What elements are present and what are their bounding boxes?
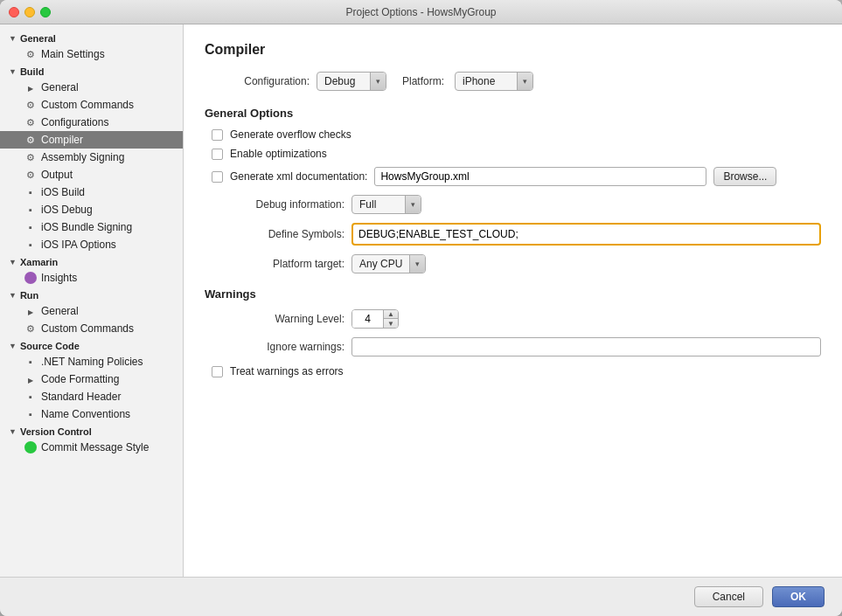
xml-doc-input[interactable] xyxy=(374,167,706,186)
browse-button[interactable]: Browse... xyxy=(713,167,776,186)
sidebar-item-commit-message-style-label: Commit Message Style xyxy=(41,441,149,453)
sidebar-item-ios-debug[interactable]: iOS Debug xyxy=(0,201,183,218)
maximize-button[interactable] xyxy=(40,7,51,17)
platform-target-dropdown[interactable]: Any CPU ▾ xyxy=(351,254,426,273)
platform-dropdown-arrow[interactable]: ▾ xyxy=(517,72,532,91)
sidebar-item-ios-bundle-signing[interactable]: iOS Bundle Signing xyxy=(0,218,183,236)
sidebar-item-configurations-label: Configurations xyxy=(41,116,108,128)
debug-information-dropdown[interactable]: Full ▾ xyxy=(351,195,421,214)
sidebar-section-general-label: General xyxy=(20,33,56,44)
sidebar-item-output-label: Output xyxy=(41,169,73,181)
sidebar-item-ios-build-label: iOS Build xyxy=(41,186,85,198)
sidebar-item-run-custom-commands[interactable]: Custom Commands xyxy=(0,320,183,337)
sidebar-item-net-naming-policies[interactable]: .NET Naming Policies xyxy=(0,353,183,370)
sidebar-item-net-naming-policies-label: .NET Naming Policies xyxy=(41,356,143,368)
box-icon xyxy=(24,222,37,232)
footer: Cancel OK xyxy=(0,577,842,616)
sidebar-section-version-control[interactable]: ▼ Version Control xyxy=(0,423,183,439)
sidebar-item-custom-commands[interactable]: Custom Commands xyxy=(0,96,183,114)
warning-level-stepper[interactable]: ▲ ▼ xyxy=(351,309,399,329)
checkbox-optimizations[interactable] xyxy=(212,149,223,160)
define-symbols-input[interactable] xyxy=(351,223,821,246)
ok-button[interactable]: OK xyxy=(772,586,825,607)
sidebar-section-general[interactable]: ▼ General xyxy=(0,30,183,45)
ignore-warnings-row: Ignore warnings: xyxy=(205,337,821,356)
sidebar-section-build-label: Build xyxy=(20,66,45,77)
checkbox-overflow-label: Generate overflow checks xyxy=(230,128,351,141)
sidebar-item-run-general[interactable]: General xyxy=(0,302,183,320)
configuration-dropdown[interactable]: Debug ▾ xyxy=(317,72,386,91)
sidebar-item-standard-header-label: Standard Header xyxy=(41,391,121,403)
debug-information-dropdown-arrow[interactable]: ▾ xyxy=(405,195,421,214)
stepper-down-button[interactable]: ▼ xyxy=(384,319,398,329)
minimize-button[interactable] xyxy=(24,7,35,17)
platform-value: iPhone xyxy=(456,75,517,87)
sidebar-section-run[interactable]: ▼ Run xyxy=(0,287,183,302)
ignore-warnings-input[interactable] xyxy=(351,337,821,356)
sidebar-item-commit-message-style[interactable]: Commit Message Style xyxy=(0,439,183,456)
checkbox-treat-warnings[interactable] xyxy=(212,366,223,377)
box-icon xyxy=(24,204,37,215)
sidebar-item-configurations[interactable]: Configurations xyxy=(0,114,183,131)
warning-level-input[interactable] xyxy=(352,310,384,328)
xml-doc-row: Generate xml documentation: Browse... xyxy=(205,167,821,186)
gear-icon xyxy=(24,117,37,128)
warning-level-label: Warning Level: xyxy=(205,313,344,325)
arrow-icon: ▼ xyxy=(9,342,17,350)
sidebar-item-build-general[interactable]: General xyxy=(0,79,183,96)
gear-icon xyxy=(24,323,37,335)
general-options-title: General Options xyxy=(205,107,821,120)
gear-icon xyxy=(24,170,37,181)
sidebar-section-xamarin[interactable]: ▼ Xamarin xyxy=(0,253,183,269)
sidebar-item-run-general-label: General xyxy=(41,305,79,317)
sidebar-item-assembly-signing[interactable]: Assembly Signing xyxy=(0,149,183,166)
sidebar-section-run-label: Run xyxy=(20,290,38,301)
checkbox-xml-docs[interactable] xyxy=(212,171,223,183)
checkbox-row-optimizations: Enable optimizations xyxy=(205,148,821,160)
sidebar-item-ios-debug-label: iOS Debug xyxy=(41,204,93,216)
platform-label: Platform: xyxy=(402,75,444,87)
arrow-icon: ▼ xyxy=(9,258,17,266)
sidebar-item-ios-build[interactable]: iOS Build xyxy=(0,183,183,201)
sidebar-item-compiler[interactable]: Compiler xyxy=(0,131,183,149)
platform-target-dropdown-arrow[interactable]: ▾ xyxy=(409,254,425,273)
sidebar-item-output[interactable]: Output xyxy=(0,166,183,183)
cancel-button[interactable]: Cancel xyxy=(694,586,763,607)
gear-icon xyxy=(24,135,37,146)
checkbox-overflow[interactable] xyxy=(212,129,223,141)
gear-icon xyxy=(24,100,37,111)
title-bar: Project Options - HowsMyGroup xyxy=(0,0,842,24)
close-button[interactable] xyxy=(9,7,19,17)
sidebar-item-standard-header[interactable]: Standard Header xyxy=(0,388,183,405)
traffic-lights xyxy=(9,7,51,17)
sidebar: ▼ General Main Settings ▼ Build General … xyxy=(0,24,184,577)
debug-information-label: Debug information: xyxy=(205,198,344,211)
box-icon xyxy=(24,409,37,419)
box-icon xyxy=(24,187,37,197)
sidebar-item-custom-commands-label: Custom Commands xyxy=(41,99,134,111)
sidebar-item-assembly-signing-label: Assembly Signing xyxy=(41,151,124,163)
sidebar-item-main-settings[interactable]: Main Settings xyxy=(0,45,183,63)
define-symbols-label: Define Symbols: xyxy=(205,228,344,240)
box-icon xyxy=(24,239,37,250)
sidebar-item-insights[interactable]: Insights xyxy=(0,269,183,287)
sidebar-item-ios-ipa-options-label: iOS IPA Options xyxy=(41,239,116,251)
sidebar-section-source-code[interactable]: ▼ Source Code xyxy=(0,337,183,353)
dot-purple-icon xyxy=(24,272,37,284)
stepper-up-button[interactable]: ▲ xyxy=(384,309,398,319)
arrow-right-icon xyxy=(24,82,37,93)
sidebar-section-build[interactable]: ▼ Build xyxy=(0,63,183,79)
sidebar-item-code-formatting[interactable]: Code Formatting xyxy=(0,370,183,388)
sidebar-item-name-conventions[interactable]: Name Conventions xyxy=(0,405,183,423)
warnings-title: Warnings xyxy=(205,287,821,301)
arrow-right-icon xyxy=(24,306,37,316)
platform-target-value: Any CPU xyxy=(352,258,409,270)
sidebar-section-source-code-label: Source Code xyxy=(20,341,80,351)
window-title: Project Options - HowsMyGroup xyxy=(345,6,496,18)
platform-dropdown[interactable]: iPhone ▾ xyxy=(455,72,533,91)
sidebar-item-ios-bundle-signing-label: iOS Bundle Signing xyxy=(41,221,132,233)
sidebar-item-ios-ipa-options[interactable]: iOS IPA Options xyxy=(0,236,183,253)
checkbox-xml-docs-label: Generate xml documentation: xyxy=(230,170,367,183)
treat-warnings-label: Treat warnings as errors xyxy=(230,365,344,377)
configuration-dropdown-arrow[interactable]: ▾ xyxy=(370,72,386,91)
